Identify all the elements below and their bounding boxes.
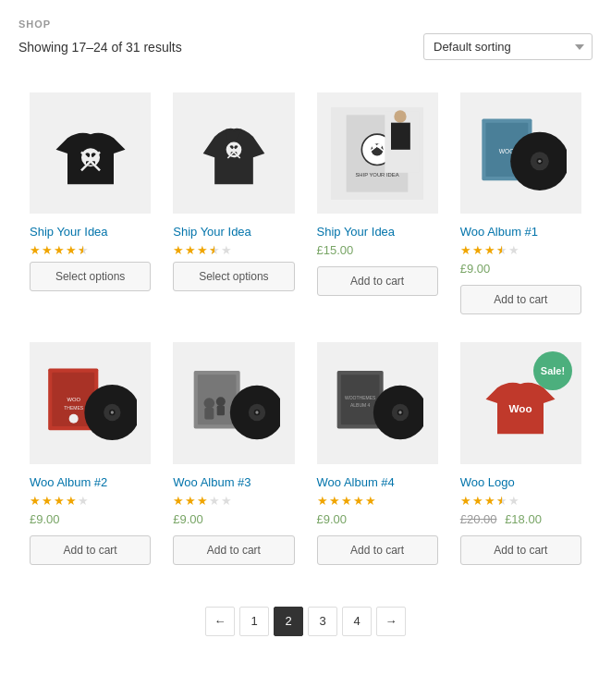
product-title[interactable]: Woo Album #4 bbox=[317, 475, 438, 489]
star-half: ★ bbox=[209, 243, 220, 257]
select-options-button[interactable]: Select options bbox=[30, 262, 151, 291]
add-to-cart-button[interactable]: Add to cart bbox=[317, 266, 438, 296]
svg-text:Woo: Woo bbox=[509, 402, 532, 414]
star-full: ★ bbox=[30, 243, 41, 257]
product-card: Ship Your Idea ★★★★★ Select options bbox=[162, 79, 305, 328]
product-image: WOOTHEMES ALBUM 4 bbox=[317, 342, 438, 463]
page-wrapper: SHOP Showing 17–24 of 31 results Default… bbox=[0, 0, 611, 673]
pagination-page-4[interactable]: 4 bbox=[342, 607, 372, 636]
product-title[interactable]: Ship Your Idea bbox=[317, 225, 438, 239]
star-full: ★ bbox=[42, 494, 53, 508]
product-price: £9.00 bbox=[460, 262, 581, 276]
star-full: ★ bbox=[54, 243, 65, 257]
svg-text:THEMES: THEMES bbox=[64, 405, 84, 411]
star-full: ★ bbox=[353, 494, 364, 508]
pagination-page-2[interactable]: 2 bbox=[274, 607, 303, 636]
star-full: ★ bbox=[185, 243, 196, 257]
product-title[interactable]: Woo Album #1 bbox=[460, 225, 581, 239]
star-full: ★ bbox=[484, 494, 495, 508]
star-empty: ★ bbox=[221, 243, 232, 257]
product-title[interactable]: Ship Your Idea bbox=[173, 225, 294, 239]
product-image: WOO THEMES bbox=[30, 342, 151, 463]
add-to-cart-button[interactable]: Add to cart bbox=[317, 535, 438, 565]
product-rating: ★★★★★ bbox=[173, 243, 294, 257]
product-price: £20.00 £18.00 bbox=[460, 512, 581, 526]
product-card: WOO Woo Album #1 ★★★★★ £9.00 Add to cart bbox=[449, 79, 593, 328]
add-to-cart-button[interactable]: Add to cart bbox=[460, 285, 581, 314]
sort-select[interactable]: Default sortingSort by popularitySort by… bbox=[423, 33, 593, 60]
product-title[interactable]: Ship Your Idea bbox=[30, 225, 151, 239]
star-full: ★ bbox=[329, 494, 340, 508]
add-to-cart-button[interactable]: Add to cart bbox=[30, 535, 151, 565]
svg-text:WOO: WOO bbox=[67, 397, 80, 402]
product-price: £15.00 bbox=[317, 243, 438, 257]
product-title[interactable]: Woo Logo bbox=[460, 475, 581, 489]
product-rating: ★★★★★ bbox=[30, 494, 151, 508]
star-empty: ★ bbox=[221, 494, 232, 508]
select-options-button[interactable]: Select options bbox=[173, 262, 294, 291]
star-full: ★ bbox=[197, 494, 208, 508]
product-card: WOO THEMES Woo Album #2 ★★★★★ £9.00 Add … bbox=[18, 328, 162, 578]
pagination-page-3[interactable]: 3 bbox=[308, 607, 337, 636]
star-full: ★ bbox=[66, 243, 77, 257]
star-full: ★ bbox=[173, 494, 184, 508]
svg-point-52 bbox=[255, 411, 258, 413]
price-old: £20.00 bbox=[460, 512, 497, 526]
svg-point-41 bbox=[110, 411, 113, 413]
star-full: ★ bbox=[460, 494, 471, 508]
product-title[interactable]: Woo Album #3 bbox=[173, 475, 294, 489]
star-full: ★ bbox=[472, 243, 483, 257]
product-rating: ★★★★★ bbox=[173, 494, 294, 508]
star-full: ★ bbox=[484, 243, 495, 257]
svg-point-61 bbox=[398, 411, 401, 413]
results-header: Showing 17–24 of 31 results Default sort… bbox=[18, 33, 593, 60]
svg-text:SHIP YOUR IDEA: SHIP YOUR IDEA bbox=[356, 172, 399, 178]
star-full: ★ bbox=[341, 494, 352, 508]
product-rating: ★★★★★ bbox=[460, 243, 581, 257]
star-half: ★ bbox=[78, 243, 89, 257]
svg-rect-46 bbox=[204, 408, 214, 420]
star-full: ★ bbox=[472, 494, 483, 508]
star-empty: ★ bbox=[209, 494, 220, 508]
svg-rect-48 bbox=[217, 405, 225, 415]
star-full: ★ bbox=[42, 243, 53, 257]
product-title[interactable]: Woo Album #2 bbox=[30, 475, 151, 489]
product-price: £9.00 bbox=[317, 512, 438, 526]
product-rating: ★★★★★ bbox=[317, 494, 438, 508]
product-price: £9.00 bbox=[173, 512, 294, 526]
product-image: SHIP YOUR IDEA bbox=[317, 92, 438, 214]
svg-point-8 bbox=[226, 141, 242, 157]
product-rating: ★★★★★ bbox=[30, 243, 151, 257]
product-image bbox=[173, 342, 294, 463]
star-full: ★ bbox=[197, 243, 208, 257]
product-card: Woo Album #3 ★★★★★ £9.00 Add to cart bbox=[162, 328, 305, 578]
svg-text:ALBUM 4: ALBUM 4 bbox=[350, 402, 371, 408]
star-half: ★ bbox=[496, 494, 507, 508]
add-to-cart-button[interactable]: Add to cart bbox=[173, 535, 294, 565]
pagination-prev[interactable]: ← bbox=[205, 607, 235, 636]
star-full: ★ bbox=[66, 494, 77, 508]
star-full: ★ bbox=[365, 494, 376, 508]
star-full: ★ bbox=[317, 494, 328, 508]
star-half: ★ bbox=[496, 243, 507, 257]
pagination-page-1[interactable]: 1 bbox=[239, 607, 269, 636]
product-card: Sale! Woo Woo Logo ★★★★★ £20.00 £18.00 A… bbox=[449, 328, 593, 578]
product-price: £9.00 bbox=[30, 512, 151, 526]
product-card: Ship Your Idea ★★★★★ Select options bbox=[18, 79, 162, 328]
price-sale: £18.00 bbox=[505, 512, 542, 526]
product-image: Sale! Woo bbox=[460, 342, 581, 463]
svg-text:WOOTHEMES: WOOTHEMES bbox=[345, 395, 376, 400]
svg-rect-23 bbox=[391, 122, 410, 149]
star-full: ★ bbox=[30, 494, 41, 508]
add-to-cart-button[interactable]: Add to cart bbox=[460, 535, 581, 565]
star-empty: ★ bbox=[78, 494, 89, 508]
product-image bbox=[173, 92, 294, 214]
pagination-next[interactable]: → bbox=[376, 607, 406, 636]
sale-badge: Sale! bbox=[533, 351, 572, 390]
svg-point-45 bbox=[203, 398, 214, 409]
shop-label: SHOP bbox=[18, 18, 593, 30]
product-image bbox=[30, 92, 151, 214]
svg-point-31 bbox=[539, 159, 542, 162]
product-rating: ★★★★★ bbox=[460, 494, 581, 508]
star-full: ★ bbox=[54, 494, 65, 508]
